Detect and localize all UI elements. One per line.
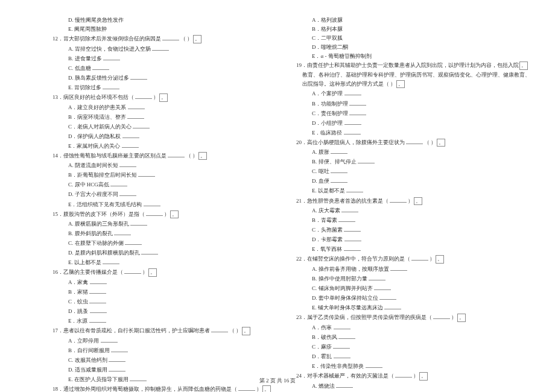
option-text: A．格列波脲 (289, 16, 530, 24)
question-stem: 19．由责任护士和其辅助护士负责一定数量患者从入院到出院，以护理计划为内容，包括… (289, 62, 530, 70)
option-blank (92, 64, 109, 70)
question-stem: 20．高位小肠梗阻病人，除腹痛外主要症状为（ ）。 (289, 138, 530, 147)
option-blank (122, 132, 139, 138)
period-box: 。 (436, 255, 444, 264)
question-stem: 22．在铺暂空床的操作中，符合节力原则的是（）。 (289, 254, 530, 264)
option-blank (128, 103, 145, 109)
option-text: B．格列本脲 (289, 25, 530, 33)
option-blank (111, 346, 128, 352)
option-blank (101, 337, 118, 343)
option-text: D. 胰岛素反馈性分泌过多 (45, 74, 271, 82)
question-stem: 17．患者以往有骨质疏松，自行长期口服活性钙，护士应嘱咐患者（ ）。 (45, 326, 271, 335)
option-text: C．责任制护理 (289, 109, 530, 118)
option-blank (114, 229, 131, 235)
option-blank (103, 54, 120, 60)
option-text: E. 以上都不是 (45, 258, 271, 267)
option-text: A. 腹横筋膜的三角形裂孔 (45, 220, 271, 228)
option-text: D．保护病人的隐私权 (45, 132, 271, 141)
option-blank (109, 356, 125, 362)
answer-blank (162, 34, 179, 40)
answer-blank (411, 254, 428, 261)
question-number: 21 (296, 198, 302, 204)
question-stem: 23．属于乙类传染病，但按照甲类传染病管理的疾病是（）。 (289, 313, 530, 322)
option-text: C．老病人对新病人的关心 (45, 122, 271, 131)
option-text: B．破伤风 (289, 333, 530, 341)
option-blank (346, 186, 363, 192)
option-text: D．跳蚤 (45, 307, 271, 315)
period-box: 。 (262, 385, 271, 392)
question-number: 23 (296, 314, 302, 320)
option-text: E．α - 葡萄糖苷酶抑制剂 (289, 52, 530, 60)
option-text: D．霍乱 (289, 352, 530, 361)
option-text: B. 进食量过多 (45, 54, 271, 63)
period-box: 。 (198, 152, 207, 160)
question-stem: 14．侵蚀性葡萄胎与绒毛膜癌最主要的区别点是（ ）。 (45, 151, 271, 160)
option-blank (119, 190, 136, 196)
option-text: C．二甲双胍 (289, 34, 530, 42)
period-box: 。 (148, 268, 157, 277)
footer-total: 16 (284, 378, 289, 384)
option-blank (374, 284, 391, 290)
option-text: E．家属对病人的关心 (45, 142, 271, 150)
option-text: E．活组织镜下见有无绒毛结构 (45, 200, 271, 209)
option-blank (379, 294, 396, 300)
answer-blank (124, 268, 141, 274)
option-text: D．卡那霉素 (289, 235, 530, 244)
question-stem: 21．急性胆管炎患者首选的抗生素是（）。 (289, 197, 530, 206)
option-blank (130, 220, 147, 226)
option-text: E. 以是都不是 (289, 186, 530, 195)
option-text: E．传染性非典型肺炎 (289, 362, 530, 370)
period-box: 。 (457, 314, 466, 322)
option-text: B．青霉素 (289, 216, 530, 224)
option-blank (90, 307, 107, 313)
period-box: 。 (159, 93, 168, 102)
option-blank (334, 323, 350, 329)
option-blank (358, 157, 375, 163)
answer-blank (146, 210, 163, 216)
question-number: 16 (52, 269, 58, 275)
option-text: B. 排便、排气停止 (289, 157, 530, 166)
option-blank (152, 45, 169, 51)
question-number: 15 (52, 211, 58, 217)
option-text: C. 尿中 HCG高低 (45, 180, 271, 189)
right-column: A．格列波脲B．格列本脲C．二甲双胍D．噻唑烷二酮E．α - 葡萄糖苷酶抑制剂1… (280, 15, 539, 392)
question-number: 18 (52, 386, 58, 392)
option-text: B．病室环境清洁、整齐 (45, 113, 271, 121)
option-blank (341, 206, 358, 212)
answer-blank (390, 197, 407, 203)
option-text: E. 铺大单时身体尽量远离床边 (289, 303, 530, 312)
option-blank (344, 128, 361, 134)
footer-prefix: 第 (259, 378, 265, 384)
question-number: 12 (52, 36, 58, 42)
question-stem: 12．胃大部切除术后并发倾倒综合征的病因是（ ）。 (45, 34, 271, 43)
option-blank (103, 83, 119, 89)
option-text: D. 血便 (289, 177, 530, 185)
answer-blank (433, 313, 450, 319)
option-text: D. 慢性阑尾炎急性发作 (45, 16, 271, 24)
option-text: A. 胃排空过快，食物过快进入空肠 (45, 45, 271, 53)
footer-mid: 页 共 (270, 378, 282, 384)
option-text: D. 是腹内斜肌和腹横肌的裂孔 (45, 248, 271, 257)
option-text: A. 阴道流血时间长短 (45, 161, 271, 169)
option-text: E．氧苄西林 (289, 245, 530, 253)
option-text: B. 操作中使用肘部力量 (289, 274, 530, 283)
option-blank (130, 74, 147, 80)
question-number: 19 (296, 62, 302, 68)
option-blank (110, 180, 127, 186)
option-blank (366, 362, 382, 368)
option-text: A. 庆大霉素 (289, 206, 530, 215)
question-number: 22 (296, 256, 302, 262)
option-text: E. 阑尾周围脓肿 (45, 25, 271, 33)
option-text: D．小组护理 (289, 119, 530, 127)
option-text: E．临床路径 (289, 128, 530, 137)
period-box: 。 (519, 62, 528, 70)
option-blank (349, 100, 366, 106)
option-blank (344, 245, 361, 251)
option-text: A．伤寒 (289, 323, 530, 332)
option-blank (344, 235, 361, 241)
option-text: D. 套中单时身体保持站立位 (289, 294, 530, 302)
option-blank (89, 297, 106, 303)
option-blank (338, 216, 355, 222)
option-text: B. 腹外斜肌的裂孔 (45, 229, 271, 238)
footer-suffix: 页 (290, 378, 296, 384)
